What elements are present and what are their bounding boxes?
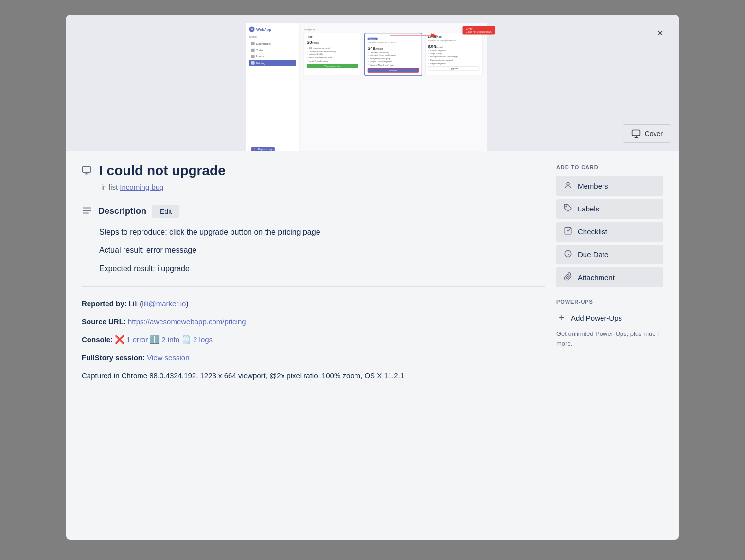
description-line1: Steps to reproduce: click the upgrade bu… bbox=[99, 226, 545, 239]
svg-rect-5 bbox=[83, 167, 91, 173]
fullstory-label: FullStory session: bbox=[82, 353, 145, 362]
members-label: Members bbox=[578, 182, 608, 190]
meta-section: Reported by: Lili (lili@marker.io) Sourc… bbox=[82, 298, 545, 381]
checklist-icon bbox=[563, 227, 573, 237]
add-powerups-button[interactable]: + Add Power-Ups bbox=[556, 311, 622, 325]
source-label: Source URL: bbox=[82, 317, 126, 326]
edit-description-button[interactable]: Edit bbox=[152, 205, 179, 218]
console-row: Console: ❌ 1 error ℹ️ 2 info 🗒️ 2 logs bbox=[82, 334, 545, 346]
labels-label: Labels bbox=[578, 205, 599, 213]
main-content: I could not upgrade in list Incoming bug bbox=[82, 162, 545, 388]
add-powerups-label: Add Power-Ups bbox=[571, 314, 622, 322]
paperclip-icon bbox=[563, 272, 573, 282]
svg-point-11 bbox=[567, 182, 569, 185]
description-icon bbox=[82, 205, 92, 218]
reported-email-link[interactable]: lili@marker.io bbox=[142, 299, 186, 308]
person-icon bbox=[563, 181, 573, 191]
card-list-link[interactable]: Incoming bug bbox=[120, 183, 163, 191]
description-line3: Expected result: i upgrade bbox=[99, 262, 545, 275]
captured-row: Captured in Chrome 88.0.4324.192, 1223 x… bbox=[82, 370, 545, 382]
card-sidebar: ADD TO CARD Members bbox=[556, 162, 663, 388]
cover-area: W WebApp MENU Dashboard Todo bbox=[66, 15, 679, 151]
card-title: I could not upgrade bbox=[99, 162, 226, 179]
powerups-description: Get unlimited Power-Ups, plus much more. bbox=[556, 329, 663, 348]
console-info-link[interactable]: 2 info bbox=[161, 334, 179, 346]
attachment-button[interactable]: Attachment bbox=[556, 267, 663, 287]
modal-backdrop: × W WebApp MENU bbox=[0, 0, 745, 560]
svg-rect-2 bbox=[632, 130, 640, 136]
add-to-card-title: ADD TO CARD bbox=[556, 164, 663, 170]
card-type-icon bbox=[82, 165, 91, 175]
powerups-title: POWER-UPS bbox=[556, 299, 663, 305]
tag-icon bbox=[563, 204, 573, 214]
svg-rect-13 bbox=[565, 228, 571, 234]
due-date-label: Due Date bbox=[578, 250, 608, 259]
console-error-link[interactable]: 1 error bbox=[126, 334, 148, 346]
members-button[interactable]: Members bbox=[556, 176, 663, 196]
due-date-button[interactable]: Due Date bbox=[556, 245, 663, 264]
close-button[interactable]: × bbox=[648, 20, 673, 46]
captured-text: Captured in Chrome 88.0.4324.192, 1223 x… bbox=[82, 371, 404, 380]
logs-emoji: 🗒️ bbox=[181, 334, 191, 346]
powerups-section: POWER-UPS + Add Power-Ups Get unlimited … bbox=[556, 299, 663, 348]
error-emoji: ❌ bbox=[115, 334, 124, 346]
description-section-header: Description Edit bbox=[82, 205, 545, 218]
cover-button-label: Cover bbox=[645, 130, 663, 138]
reported-name: Lili ( bbox=[129, 299, 142, 308]
info-emoji: ℹ️ bbox=[150, 334, 160, 346]
fullstory-row: FullStory session: View session bbox=[82, 352, 545, 364]
card-list-ref: in list Incoming bug bbox=[101, 183, 545, 191]
description-line2: Actual result: error message bbox=[99, 244, 545, 257]
console-logs-link[interactable]: 2 logs bbox=[193, 334, 213, 346]
attachment-label: Attachment bbox=[578, 273, 615, 281]
plus-icon: + bbox=[556, 313, 567, 323]
description-title: Description bbox=[98, 206, 146, 216]
svg-point-12 bbox=[566, 206, 567, 207]
labels-button[interactable]: Labels bbox=[556, 199, 663, 219]
modal-body: I could not upgrade in list Incoming bug bbox=[66, 151, 679, 400]
card-modal: × W WebApp MENU bbox=[66, 15, 679, 540]
console-label: Console: bbox=[82, 334, 113, 346]
cover-screenshot: W WebApp MENU Dashboard Todo bbox=[246, 23, 487, 151]
clock-icon bbox=[563, 249, 573, 260]
reported-label: Reported by: bbox=[82, 299, 127, 308]
fullstory-link[interactable]: View session bbox=[147, 353, 189, 362]
checklist-button[interactable]: Checklist bbox=[556, 222, 663, 242]
reported-by-row: Reported by: Lili (lili@marker.io) bbox=[82, 298, 545, 310]
cover-button[interactable]: Cover bbox=[623, 124, 671, 143]
divider bbox=[82, 286, 545, 287]
description-body: Steps to reproduce: click the upgrade bu… bbox=[99, 226, 545, 275]
checklist-label: Checklist bbox=[578, 228, 607, 236]
card-title-row: I could not upgrade bbox=[82, 162, 545, 179]
card-list-prefix: in list bbox=[101, 183, 118, 191]
source-url-row: Source URL: https://awesomewebapp.com/pr… bbox=[82, 316, 545, 328]
source-url-link[interactable]: https://awesomewebapp.com/pricing bbox=[128, 317, 246, 326]
